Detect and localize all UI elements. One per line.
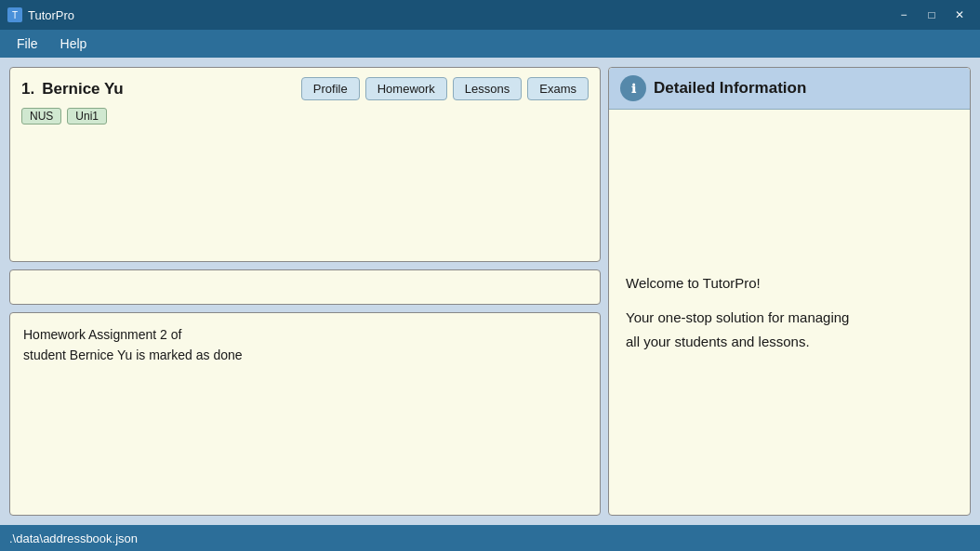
student-tags: NUS Uni1: [21, 108, 589, 125]
command-input[interactable]: [18, 274, 592, 300]
main-content: 1. Bernice Yu Profile Homework Lessons E…: [0, 58, 980, 525]
student-name: Bernice Yu: [42, 80, 124, 98]
tag-nus: NUS: [21, 108, 61, 125]
student-card: 1. Bernice Yu Profile Homework Lessons E…: [9, 67, 601, 262]
app-icon: T: [7, 7, 22, 22]
result-box: Homework Assignment 2 of student Bernice…: [9, 312, 601, 516]
command-input-box[interactable]: [9, 269, 601, 305]
maximize-button[interactable]: □: [919, 6, 945, 24]
welcome-title: Welcome to TutorPro!: [626, 271, 761, 295]
minimize-button[interactable]: −: [891, 6, 917, 24]
result-line1: Homework Assignment 2 of: [23, 327, 181, 342]
lessons-button[interactable]: Lessons: [453, 77, 522, 100]
welcome-body: Your one-stop solution for managing all …: [626, 306, 849, 353]
left-panel: 1. Bernice Yu Profile Homework Lessons E…: [9, 67, 601, 516]
menu-file[interactable]: File: [7, 33, 47, 55]
profile-button[interactable]: Profile: [301, 77, 360, 100]
right-panel-body: Welcome to TutorPro! Your one-stop solut…: [609, 110, 970, 515]
status-bar: .\data\addressbook.json: [0, 525, 980, 551]
student-header: 1. Bernice Yu Profile Homework Lessons E…: [21, 77, 589, 100]
result-line2: student Bernice Yu is marked as done: [23, 348, 243, 362]
menu-help[interactable]: Help: [51, 33, 97, 55]
menu-bar: File Help: [0, 30, 980, 58]
homework-button[interactable]: Homework: [365, 77, 447, 100]
status-text: .\data\addressbook.json: [9, 531, 138, 545]
right-panel: ℹ Detailed Information Welcome to TutorP…: [608, 67, 971, 516]
tag-uni1: Uni1: [67, 108, 107, 125]
title-bar: T TutorPro − □ ✕: [0, 0, 980, 30]
close-button[interactable]: ✕: [947, 6, 973, 24]
student-action-buttons: Profile Homework Lessons Exams: [301, 77, 589, 100]
right-panel-header: ℹ Detailed Information: [609, 68, 970, 110]
info-icon: ℹ: [620, 75, 646, 101]
window-controls: − □ ✕: [891, 6, 973, 24]
title-bar-left: T TutorPro: [7, 7, 74, 22]
app-title: TutorPro: [28, 8, 74, 22]
exams-button[interactable]: Exams: [527, 77, 589, 100]
student-index: 1.: [21, 80, 34, 98]
right-panel-title: Detailed Information: [654, 79, 806, 98]
